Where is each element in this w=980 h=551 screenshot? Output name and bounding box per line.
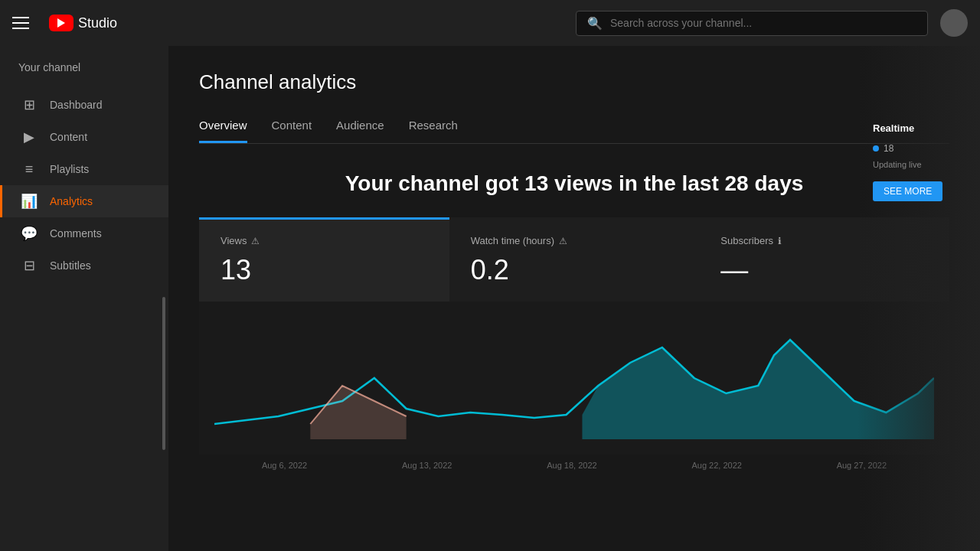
playlists-icon: ≡ bbox=[21, 161, 38, 178]
content-icon: ▶ bbox=[21, 129, 38, 145]
sidebar-item-label: Analytics bbox=[50, 195, 93, 207]
search-icon: 🔍 bbox=[587, 16, 603, 31]
sidebar-item-comments[interactable]: 💬 Comments bbox=[0, 217, 168, 249]
tab-overview[interactable]: Overview bbox=[199, 112, 247, 143]
main-content: Channel analytics Overview Content Audie… bbox=[168, 46, 980, 551]
menu-button[interactable] bbox=[12, 9, 40, 37]
tabs-bar: Overview Content Audience Research bbox=[199, 112, 949, 144]
sidebar: Your channel ⊞ Dashboard ▶ Content ≡ Pla… bbox=[0, 46, 168, 551]
warn-icon: ⚠ bbox=[251, 236, 260, 246]
channel-label: Your channel bbox=[0, 61, 168, 89]
tab-content[interactable]: Content bbox=[272, 112, 312, 143]
sidebar-item-label: Comments bbox=[50, 227, 102, 240]
right-panel: Realtime 18 Updating live SEE MORE bbox=[858, 46, 980, 551]
sidebar-item-label: Playlists bbox=[50, 163, 89, 175]
hero-text: Your channel got 13 views in the last 28… bbox=[199, 171, 949, 196]
chart-label-4: Aug 22, 2022 bbox=[691, 461, 741, 470]
page-title: Channel analytics bbox=[199, 70, 949, 94]
warn-icon-sub: ℹ bbox=[778, 236, 782, 246]
layout: Your channel ⊞ Dashboard ▶ Content ≡ Pla… bbox=[0, 46, 980, 551]
metric-views-value: 13 bbox=[220, 254, 428, 286]
chart-svg bbox=[214, 317, 934, 439]
metric-watchtime-value: 0.2 bbox=[471, 254, 678, 286]
comments-icon: 💬 bbox=[21, 225, 38, 242]
warn-icon: ⚠ bbox=[559, 236, 567, 246]
chart-label-1: Aug 6, 2022 bbox=[262, 461, 307, 470]
metric-views[interactable]: Views ⚠ 13 bbox=[199, 217, 449, 302]
sidebar-item-content[interactable]: ▶ Content bbox=[0, 121, 168, 153]
logo-area: Studio bbox=[49, 15, 117, 31]
dot-icon bbox=[873, 145, 879, 152]
right-panel-value-1: 18 bbox=[884, 143, 893, 154]
avatar[interactable] bbox=[940, 9, 968, 37]
metric-watch-time[interactable]: Watch time (hours) ⚠ 0.2 bbox=[449, 217, 700, 302]
chart-labels: Aug 6, 2022 Aug 13, 2022 Aug 18, 2022 Au… bbox=[199, 455, 949, 470]
right-panel-sub: Updating live bbox=[873, 160, 965, 169]
tab-research[interactable]: Research bbox=[409, 112, 458, 143]
dashboard-icon: ⊞ bbox=[21, 96, 38, 113]
sidebar-item-dashboard[interactable]: ⊞ Dashboard bbox=[0, 89, 168, 121]
tab-audience[interactable]: Audience bbox=[336, 112, 384, 143]
sidebar-item-analytics[interactable]: 📊 Analytics bbox=[0, 185, 168, 217]
subtitles-icon: ⊟ bbox=[21, 257, 38, 274]
chart-label-3: Aug 18, 2022 bbox=[547, 461, 596, 470]
right-panel-title: Realtime bbox=[873, 122, 965, 134]
metric-watchtime-label: Watch time (hours) ⚠ bbox=[471, 235, 678, 246]
sidebar-item-label: Subtitles bbox=[50, 259, 91, 272]
right-panel-item-1: 18 bbox=[873, 143, 965, 154]
search-bar[interactable]: 🔍 bbox=[576, 11, 928, 36]
analytics-icon: 📊 bbox=[21, 193, 38, 210]
metrics-row: Views ⚠ 13 Watch time (hours) ⚠ 0.2 Subs… bbox=[199, 217, 949, 302]
chart-area bbox=[199, 302, 949, 455]
see-more-button[interactable]: SEE MORE bbox=[873, 181, 942, 201]
sidebar-item-label: Content bbox=[50, 131, 87, 143]
youtube-icon bbox=[49, 15, 74, 31]
sidebar-item-playlists[interactable]: ≡ Playlists bbox=[0, 153, 168, 185]
scrollbar[interactable] bbox=[162, 297, 165, 450]
sidebar-item-subtitles[interactable]: ⊟ Subtitles bbox=[0, 249, 168, 282]
chart-label-2: Aug 13, 2022 bbox=[402, 461, 452, 470]
search-input[interactable] bbox=[610, 17, 916, 29]
studio-label: Studio bbox=[78, 15, 117, 31]
sidebar-item-label: Dashboard bbox=[50, 99, 103, 111]
metric-views-label: Views ⚠ bbox=[220, 235, 428, 246]
top-nav: Studio 🔍 bbox=[0, 0, 980, 46]
